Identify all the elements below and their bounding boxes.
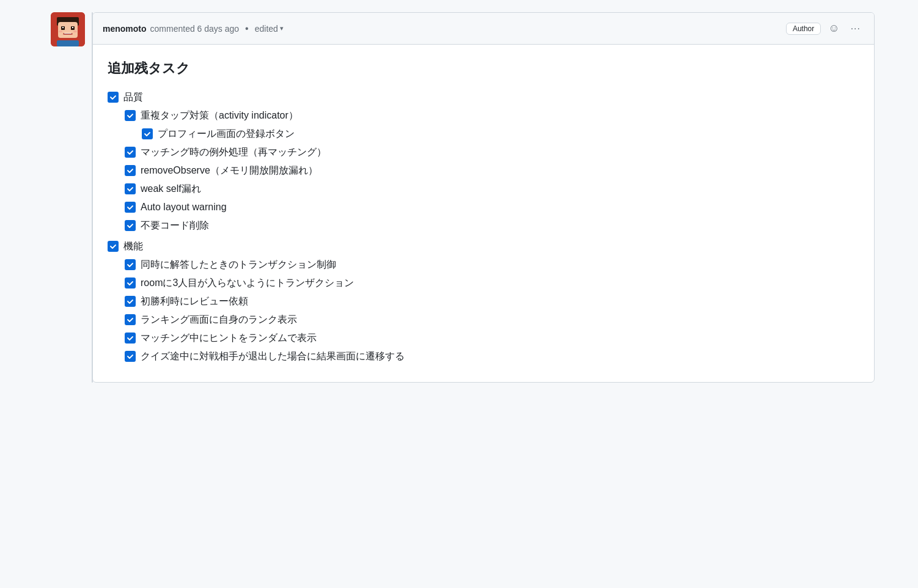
svg-rect-10 — [59, 31, 62, 32]
checkbox-quiz-exit[interactable] — [125, 351, 136, 362]
list-item: weak self漏れ — [125, 182, 859, 196]
checkbox-remove-code[interactable] — [125, 220, 136, 231]
svg-rect-12 — [57, 40, 79, 46]
task-label-first-win-review: 初勝利時にレビュー依頼 — [141, 294, 248, 309]
list-item: Auto layout warning — [125, 200, 859, 215]
more-options-button[interactable]: ··· — [847, 21, 864, 37]
checkbox-ranking-display[interactable] — [125, 314, 136, 325]
avatar — [51, 12, 85, 46]
checkbox-quality[interactable] — [108, 92, 119, 103]
task-list-root: 品質 重複タップ対策（activity indicator） — [108, 90, 859, 364]
task-label-quiz-exit: クイズ途中に対戦相手が退出した場合に結果画面に遷移する — [141, 349, 405, 364]
edited-caret-icon[interactable]: ▾ — [280, 24, 284, 32]
page-wrapper: menomoto commented 6 days ago • edited ▾… — [0, 0, 918, 588]
task-label-quality: 品質 — [123, 90, 143, 105]
comment-header-right: Author ☺ ··· — [786, 20, 864, 37]
list-item: 品質 — [108, 90, 859, 105]
comment-header-left: menomoto commented 6 days ago • edited ▾ — [103, 23, 284, 34]
list-item: 機能 — [108, 239, 859, 254]
list-item: 同時に解答したときのトランザクション制御 — [125, 257, 859, 272]
task-label-transaction-control: 同時に解答したときのトランザクション制御 — [141, 257, 336, 272]
checkbox-first-win-review[interactable] — [125, 296, 136, 307]
svg-rect-11 — [73, 31, 77, 32]
list-item: roomに3人目が入らないようにトランザクション — [125, 276, 859, 290]
task-label-dup-tap: 重複タップ対策（activity indicator） — [141, 108, 298, 123]
comment-body: 追加残タスク 品質 — [93, 45, 874, 382]
task-label-room-transaction: roomに3人目が入らないようにトランザクション — [141, 276, 354, 290]
comment-title: 追加残タスク — [108, 59, 859, 78]
comment-header: menomoto commented 6 days ago • edited ▾… — [93, 13, 874, 45]
checkbox-transaction-control[interactable] — [125, 259, 136, 270]
comment-box: menomoto commented 6 days ago • edited ▾… — [92, 12, 875, 383]
list-item: 重複タップ対策（activity indicator） — [125, 108, 859, 123]
list-item: プロフィール画面の登録ボタン — [142, 127, 859, 141]
svg-rect-5 — [62, 27, 64, 28]
author-badge: Author — [786, 23, 821, 35]
list-item: マッチング時の例外処理（再マッチング） — [125, 145, 859, 160]
checkbox-matching-hint[interactable] — [125, 333, 136, 344]
svg-rect-9 — [64, 33, 72, 34]
list-item: ランキング画面に自身のランク表示 — [125, 312, 859, 327]
left-border-accent — [92, 12, 93, 383]
checkbox-room-transaction[interactable] — [125, 277, 136, 288]
list-item: マッチング中にヒントをランダムで表示 — [125, 331, 859, 345]
comment-edited: edited ▾ — [255, 24, 284, 34]
list-item: クイズ途中に対戦相手が退出した場合に結果画面に遷移する — [125, 349, 859, 364]
task-label-matching-hint: マッチング中にヒントをランダムで表示 — [141, 331, 317, 345]
svg-rect-2 — [58, 22, 78, 38]
list-item: removeObserve（メモリ開放開放漏れ） — [125, 163, 859, 178]
task-label-ranking-display: ランキング画面に自身のランク表示 — [141, 312, 297, 327]
list-item: 初勝利時にレビュー依頼 — [125, 294, 859, 309]
task-label-auto-layout: Auto layout warning — [141, 200, 227, 215]
task-label-matching-exception: マッチング時の例外処理（再マッチング） — [141, 145, 326, 160]
comment-container: menomoto commented 6 days ago • edited ▾… — [43, 12, 875, 383]
dot-separator: • — [245, 23, 249, 34]
task-label-remove-observe: removeObserve（メモリ開放開放漏れ） — [141, 163, 318, 178]
checkbox-feature[interactable] — [108, 241, 119, 252]
comment-author-name[interactable]: menomoto — [103, 24, 147, 34]
checkbox-remove-observe[interactable] — [125, 165, 136, 176]
checkbox-matching-exception[interactable] — [125, 147, 136, 158]
task-label-weak-self: weak self漏れ — [141, 182, 201, 196]
svg-rect-6 — [72, 27, 73, 28]
task-label-feature: 機能 — [123, 239, 143, 254]
checkbox-weak-self[interactable] — [125, 183, 136, 194]
emoji-reaction-button[interactable]: ☺ — [826, 20, 842, 37]
comment-meta: commented 6 days ago — [150, 24, 240, 34]
task-label-profile-reg: プロフィール画面の登録ボタン — [158, 127, 295, 141]
checkbox-profile-reg[interactable] — [142, 128, 153, 139]
checkbox-dup-tap[interactable] — [125, 110, 136, 121]
avatar-area — [43, 12, 92, 46]
checkbox-auto-layout[interactable] — [125, 202, 136, 213]
comment-box-wrapper: menomoto commented 6 days ago • edited ▾… — [92, 12, 875, 383]
task-label-remove-code: 不要コード削除 — [141, 218, 209, 233]
list-item: 不要コード削除 — [125, 218, 859, 233]
